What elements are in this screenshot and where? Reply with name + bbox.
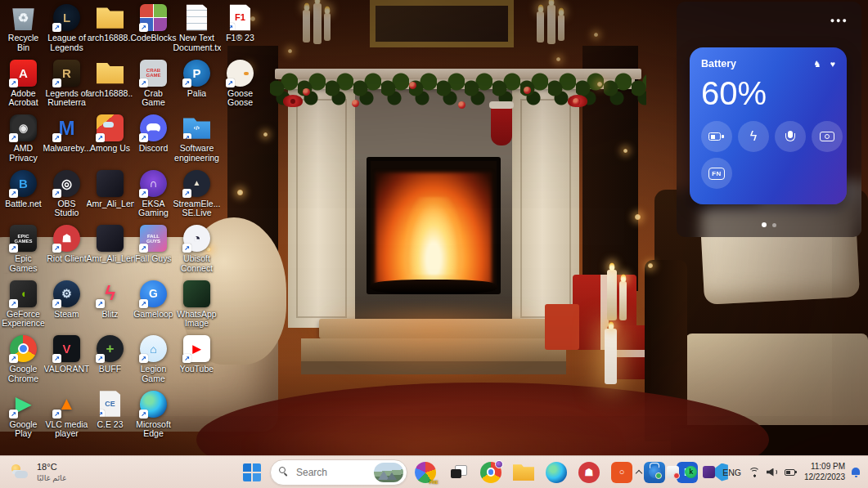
hearth-step (319, 319, 548, 338)
language-indicator[interactable]: ENG (721, 466, 743, 479)
search-box[interactable] (270, 459, 407, 486)
wifi-icon[interactable] (749, 468, 761, 477)
desktop-icon-legion-game-shop[interactable]: ⌂↗Legion Game Shop (132, 333, 175, 388)
red-bow (283, 95, 303, 107)
taskbar-microsoft-edge-button[interactable] (542, 458, 571, 487)
desktop-icon-blitz[interactable]: ϟ↗Blitz (88, 278, 132, 334)
desktop-icon-microsoft-edge[interactable]: ↗Microsoft Edge (132, 388, 175, 444)
widget-rapid-charge-button[interactable]: ϟ (738, 121, 769, 152)
weather-widget-button[interactable]: 18°C غائم غالبًا (0, 456, 76, 488)
desktop-icon-youtube[interactable]: ▶↗YouTube (175, 333, 218, 388)
bing-daily-image-button[interactable] (374, 463, 403, 482)
desktop-icon-palia[interactable]: P↗Palia (175, 57, 218, 113)
firebox-fire (367, 157, 501, 294)
christmas-garland (270, 72, 646, 110)
google-chrome-icon (480, 462, 501, 483)
shortcut-arrow-icon: ↗ (96, 299, 105, 308)
ubuntu-icon: ○ (611, 462, 632, 483)
desktop-icon-avatar-image[interactable]: Amr_Ali_Len... (88, 222, 132, 278)
desktop-icon-discord[interactable]: ↗Discord (132, 112, 175, 168)
desktop-icon-label: Epic Games Launcher (2, 254, 45, 274)
desktop-icon-amd-privacy-view[interactable]: ◉↗AMD Privacy View (2, 112, 45, 168)
taskbar-ubuntu-button[interactable]: ○ (607, 458, 636, 487)
desktop-icon-legends-of-runeterra[interactable]: R↗Legends of Runeterra (45, 57, 88, 113)
pager-dot[interactable] (772, 223, 776, 227)
search-input[interactable] (295, 466, 357, 479)
garland-ornament (458, 101, 465, 109)
blitz-icon: ϟ↗ (97, 280, 124, 307)
purple-app-tray-icon[interactable] (703, 466, 715, 478)
desktop-icon-crab-game[interactable]: CRAB GAME↗Crab Game (132, 57, 175, 113)
system-tray: k ENG 11:09 PM 12/22/2023 (635, 456, 865, 488)
shortcut-arrow-icon: ↗ (226, 78, 235, 87)
taskbar-riot-client-button[interactable]: ☗ (574, 458, 604, 487)
desktop-icon-whatsapp-image[interactable]: WhatsApp Image 202... (175, 278, 218, 334)
start-button[interactable] (237, 458, 267, 487)
desktop-icon-malwarebytes[interactable]: M↗Malwareby... (45, 112, 88, 168)
desktop-icon-label: Adobe Acrobat (2, 89, 45, 109)
desktop-icon-adobe-acrobat[interactable]: A↗Adobe Acrobat (2, 57, 45, 113)
taskbar-task-view-button[interactable] (443, 458, 473, 487)
desktop-icon-text-file[interactable]: New Text Document.txt (175, 2, 218, 57)
widget-fn-lock-button[interactable]: FN (701, 158, 732, 189)
widget-more-menu[interactable]: ●●● (830, 16, 848, 25)
notification-bell-icon[interactable] (851, 467, 861, 478)
widget-camera-button[interactable] (812, 121, 843, 152)
kaspersky-tray-icon[interactable]: k (685, 466, 697, 478)
desktop-icon-google-play-games[interactable]: ▶↗Google Play Games beta (2, 388, 45, 444)
desktop-icon-cheat-engine[interactable]: CE↗C.E 23 (88, 388, 132, 444)
hidden-icons-chevron[interactable] (635, 468, 643, 477)
desktop-icon-streamelements[interactable]: ▲↗StreamEle... SE.Live (175, 168, 218, 223)
gift-box (573, 275, 636, 350)
desktop-icon-gameloop[interactable]: G↗Gameloop (132, 278, 175, 334)
volume-icon[interactable] (767, 468, 778, 477)
onedrive-sync-tray-icon[interactable] (649, 466, 661, 478)
desktop-icon-recycle-bin[interactable]: ♻Recycle Bin (2, 2, 45, 57)
desktop-icon-eksa-headset[interactable]: ∩↗EKSA Gaming Headset (132, 168, 175, 223)
taskbar-photos-preview-button[interactable]: PRE (411, 458, 440, 487)
desktop-icon-folder-software[interactable]: ‹/›↗Software engineering (175, 112, 218, 168)
widget-conservation-mode-button[interactable] (701, 121, 732, 152)
riot-client-icon: ☗ (578, 462, 600, 483)
desktop-icon-f1-23[interactable]: F1↗F1® 23 (218, 2, 262, 57)
steam-icon: ⚙↗ (53, 280, 80, 307)
shortcut-arrow-icon: ↗ (226, 23, 235, 32)
desktop-icon-among-us[interactable]: ↗Among Us (88, 112, 132, 168)
desktop-icon-geforce-experience[interactable]: ◖↗GeForce Experience (2, 278, 45, 334)
pager-dot[interactable] (762, 222, 767, 227)
mantel-shelf (275, 69, 641, 79)
desktop-icon-obs-studio[interactable]: ◎↗OBS Studio (45, 168, 88, 223)
clock[interactable]: 11:09 PM 12/22/2023 (804, 462, 845, 482)
desktop-icon-folder-arch[interactable]: arch16888.. (88, 57, 132, 113)
desktop-icon-buff[interactable]: +↗BUFF (88, 333, 132, 388)
shortcut-arrow-icon: ↗ (9, 299, 18, 308)
desktop-icon-label: arch16888.. (88, 34, 133, 43)
bokeh-light (288, 49, 292, 53)
desktop-icon-riot-client[interactable]: ☗↗Riot Client (45, 222, 88, 278)
desktop-icon-google-chrome[interactable]: ↗Google Chrome (2, 333, 45, 388)
desktop-icon-epic-games[interactable]: EPIC GAMES↗Epic Games Launcher (2, 222, 45, 278)
taskbar-file-explorer-button[interactable] (509, 458, 538, 487)
shortcut-arrow-icon: ↗ (96, 410, 105, 419)
desktop-icon-valorant[interactable]: V↗VALORANT (45, 333, 88, 388)
battery-tray-icon[interactable] (784, 468, 798, 477)
desktop-icon-vlc[interactable]: ▲↗VLC media player (45, 388, 88, 444)
desktop-icon-folder-arch[interactable]: arch16888.. (88, 2, 132, 57)
battery-widget-card[interactable]: Battery ♞♥ 60% ϟFN (690, 47, 847, 204)
desktop-icon-ubisoft-connect[interactable]: ◔↗Ubisoft Connect (175, 222, 218, 278)
desktop-icon-league-of-legends[interactable]: L↗League of Legends (45, 2, 88, 57)
desktop-icon-label: BUFF (99, 365, 121, 374)
desktop-icon-goose-goose-duck[interactable]: ↗Goose Goose Duck (218, 57, 262, 113)
app-notification-tray-icon[interactable] (667, 466, 679, 478)
shortcut-arrow-icon: ↗ (182, 189, 191, 198)
desktop-icon-battle-net[interactable]: B↗Battle.net (2, 168, 45, 223)
performance-mode-icon[interactable]: ♞ (813, 59, 821, 69)
desktop-icon-avatar-image[interactable]: Amr_Ali_Len... (88, 168, 132, 223)
desktop-icon-fall-guys[interactable]: FALL GUYS↗Fall Guys (132, 222, 175, 278)
desktop-icon-codeblocks[interactable]: ↗CodeBlocks (132, 2, 175, 57)
preview-badge: PRE (430, 480, 438, 485)
widget-microphone-button[interactable] (775, 121, 806, 152)
battery-health-icon[interactable]: ♥ (830, 59, 835, 69)
taskbar-google-chrome-button[interactable] (476, 458, 506, 487)
desktop-icon-steam[interactable]: ⚙↗Steam (45, 278, 88, 334)
